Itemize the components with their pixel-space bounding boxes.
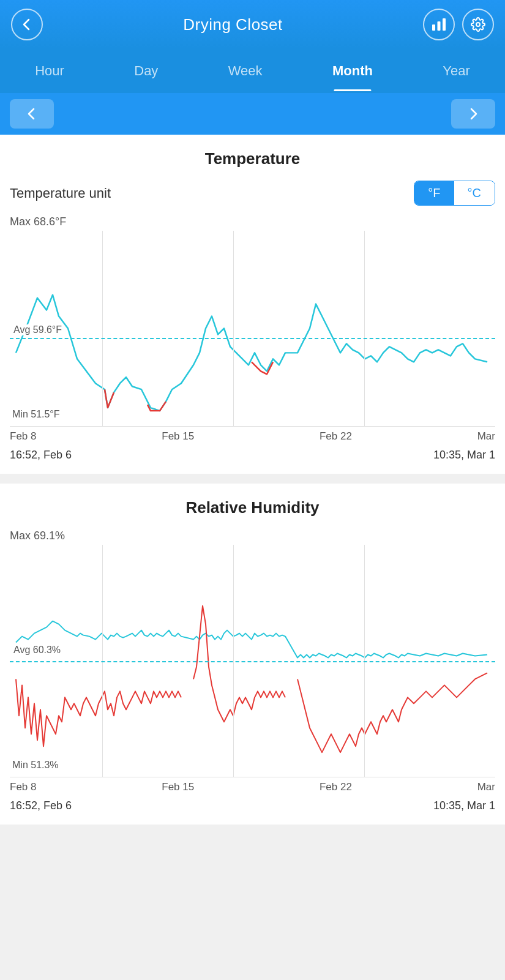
x-label-feb22: Feb 22 [320,430,352,443]
svg-rect-0 [432,24,435,31]
x-label-feb15: Feb 15 [162,430,194,443]
unit-toggle-row: Temperature unit °F °C [10,181,495,206]
grid-line-3 [364,231,365,426]
next-button[interactable] [451,99,495,129]
fahrenheit-button[interactable]: °F [414,181,454,205]
hum-avg-line [10,661,495,662]
temp-max-label: Max 68.6°F [10,215,495,228]
svg-rect-1 [438,21,441,31]
tab-week[interactable]: Week [217,51,274,91]
temp-time-end: 10:35, Mar 1 [433,449,495,462]
grid-line-1 [102,231,103,426]
temperature-title: Temperature [10,149,495,168]
back-button[interactable] [11,9,43,40]
tab-hour[interactable]: Hour [24,51,75,91]
tab-year[interactable]: Year [432,51,481,91]
humidity-chart: Avg 60.3% Min 51.3% [10,545,495,777]
header-icons [423,9,494,40]
hum-avg-label: Avg 60.3% [12,645,62,656]
temp-time-range: 16:52, Feb 6 10:35, Mar 1 [10,446,495,462]
hum-time-range: 16:52, Feb 6 10:35, Mar 1 [10,797,495,812]
unit-label: Temperature unit [10,185,111,201]
chart-icon-button[interactable] [423,9,455,40]
hum-x-label-feb22: Feb 22 [320,781,352,793]
x-label-mar: Mar [477,430,495,443]
humidity-section: Relative Humidity Max 69.1% Avg 60.3% Mi… [0,484,505,825]
temp-avg-label: Avg 59.6°F [12,324,63,335]
tab-bar: Hour Day Week Month Year [0,49,505,93]
header: Drying Closet [0,0,505,49]
hum-x-label-mar: Mar [477,781,495,793]
hum-x-label-feb8: Feb 8 [10,781,36,793]
temp-avg-line [10,338,495,339]
settings-icon-button[interactable] [462,9,494,40]
unit-toggle: °F °C [414,181,495,206]
x-label-feb8: Feb 8 [10,430,36,443]
page-title: Drying Closet [183,15,283,34]
temp-chart-svg [10,231,495,426]
hum-x-label-feb15: Feb 15 [162,781,194,793]
nav-row [0,93,505,135]
grid-line-2 [233,231,234,426]
hum-x-labels: Feb 8 Feb 15 Feb 22 Mar [10,777,495,797]
temp-x-labels: Feb 8 Feb 15 Feb 22 Mar [10,427,495,446]
temp-time-start: 16:52, Feb 6 [10,449,72,462]
hum-max-label: Max 69.1% [10,529,495,542]
svg-rect-2 [443,18,446,31]
tab-month[interactable]: Month [321,51,384,91]
tab-day[interactable]: Day [123,51,169,91]
prev-button[interactable] [10,99,54,129]
humidity-title: Relative Humidity [10,498,495,517]
temperature-section: Temperature Temperature unit °F °C Max 6… [0,135,505,474]
hum-time-end: 10:35, Mar 1 [433,799,495,812]
svg-point-3 [476,23,480,26]
celsius-button[interactable]: °C [454,181,495,205]
hum-time-start: 16:52, Feb 6 [10,799,72,812]
temperature-chart: Avg 59.6°F Min 51.5°F [10,231,495,427]
